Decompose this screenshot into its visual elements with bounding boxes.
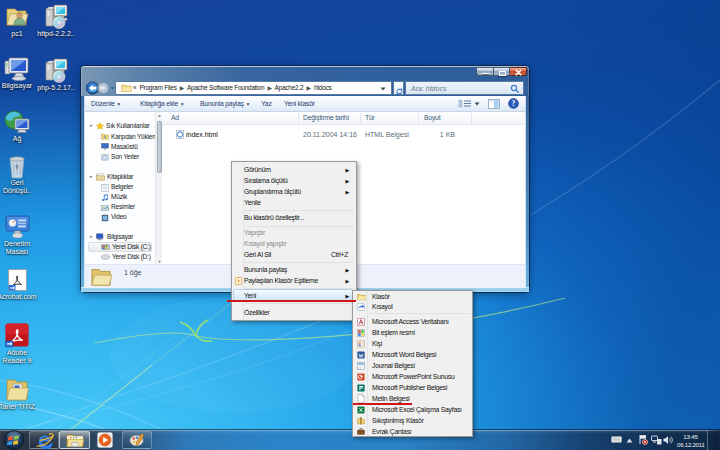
svg-text:?: ?	[512, 99, 516, 108]
